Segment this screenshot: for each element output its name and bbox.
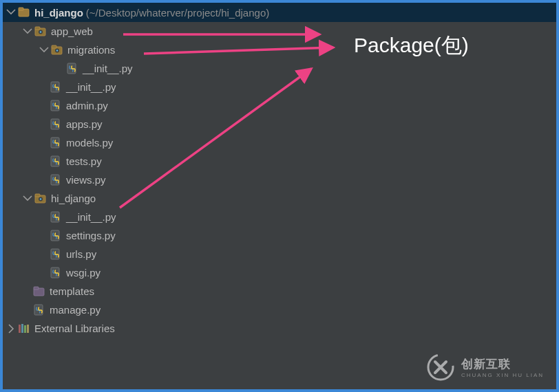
tree-item-file[interactable]: tests.py xyxy=(6,152,556,171)
tree-item-external-libraries[interactable]: External Libraries xyxy=(6,319,556,338)
python-file-icon xyxy=(50,230,62,242)
tree-item-migrations[interactable]: migrations xyxy=(6,41,556,59)
tree-item-label: __init__.py xyxy=(83,63,133,74)
python-file-icon xyxy=(50,155,62,168)
chevron-down-icon[interactable] xyxy=(22,193,33,204)
tree-item-label: admin.py xyxy=(66,100,108,111)
package-folder-icon xyxy=(34,193,47,205)
python-file-icon xyxy=(50,174,62,186)
package-folder-icon xyxy=(34,25,47,38)
project-tree: hi_django (~/Desktop/whaterver/project/h… xyxy=(3,3,556,338)
tree-item-label: models.py xyxy=(66,137,113,149)
tree-item-file[interactable]: wsgi.py xyxy=(6,263,556,282)
tree-item-label: apps.py xyxy=(66,118,103,130)
tree-item-templates[interactable]: templates xyxy=(6,282,556,301)
root-path: (~/Desktop/whaterver/project/hi_django) xyxy=(86,7,269,19)
package-folder-icon xyxy=(51,44,63,56)
tree-item-file[interactable]: admin.py xyxy=(6,96,556,115)
folder-icon xyxy=(33,285,45,298)
tree-item-file[interactable]: manage.py xyxy=(6,301,556,319)
chevron-down-icon[interactable] xyxy=(39,45,50,56)
tree-root-row[interactable]: hi_django (~/Desktop/whaterver/project/h… xyxy=(3,3,556,22)
tree-item-file[interactable]: views.py xyxy=(6,171,556,189)
tree-item-file[interactable]: __init__.py xyxy=(6,208,556,226)
tree-item-file[interactable]: __init__.py xyxy=(6,78,556,96)
tree-item-label: __init__.py xyxy=(66,81,116,93)
tree-item-label: tests.py xyxy=(66,155,102,167)
tree-item-file[interactable]: models.py xyxy=(6,133,556,152)
tree-item-label: migrations xyxy=(67,44,115,56)
folder-icon xyxy=(18,6,30,19)
tree-item-label: hi_django xyxy=(51,193,96,204)
tree-item-label: __init__.py xyxy=(66,211,116,223)
tree-item-app-web[interactable]: app_web xyxy=(6,22,556,41)
chevron-down-icon[interactable] xyxy=(22,26,33,37)
watermark: 创新互联 CHUANG XIN HU LIAN xyxy=(425,352,544,382)
tree-item-label: views.py xyxy=(66,174,106,186)
python-file-icon xyxy=(50,118,62,131)
python-file-icon xyxy=(33,304,45,316)
python-file-icon xyxy=(50,100,62,112)
watermark-logo-icon xyxy=(425,352,456,382)
libraries-icon xyxy=(18,323,30,335)
watermark-sub: CHUANG XIN HU LIAN xyxy=(461,372,544,378)
python-file-icon xyxy=(50,137,62,149)
tree-item-file[interactable]: settings.py xyxy=(6,226,556,245)
tree-item-file[interactable]: __init__.py xyxy=(6,59,556,78)
tree-item-label: app_web xyxy=(51,25,93,37)
tree-item-file[interactable]: urls.py xyxy=(6,245,556,263)
python-file-icon xyxy=(50,211,62,224)
tree-item-label: External Libraries xyxy=(34,323,115,334)
python-file-icon xyxy=(50,267,62,279)
tree-item-hi-django[interactable]: hi_django xyxy=(6,189,556,208)
python-file-icon xyxy=(50,81,62,94)
tree-item-label: settings.py xyxy=(66,230,116,241)
tree-item-label: templates xyxy=(50,285,94,297)
tree-item-label: manage.py xyxy=(50,304,101,316)
chevron-down-icon[interactable] xyxy=(6,7,17,18)
chevron-right-icon[interactable] xyxy=(6,323,17,334)
tree-item-file[interactable]: apps.py xyxy=(6,115,556,133)
root-name: hi_django xyxy=(34,7,83,19)
tree-item-label: urls.py xyxy=(66,248,96,260)
tree-item-label: wsgi.py xyxy=(66,267,101,279)
watermark-brand: 创新互联 xyxy=(461,356,544,372)
python-file-icon xyxy=(66,63,78,75)
python-file-icon xyxy=(50,248,62,261)
